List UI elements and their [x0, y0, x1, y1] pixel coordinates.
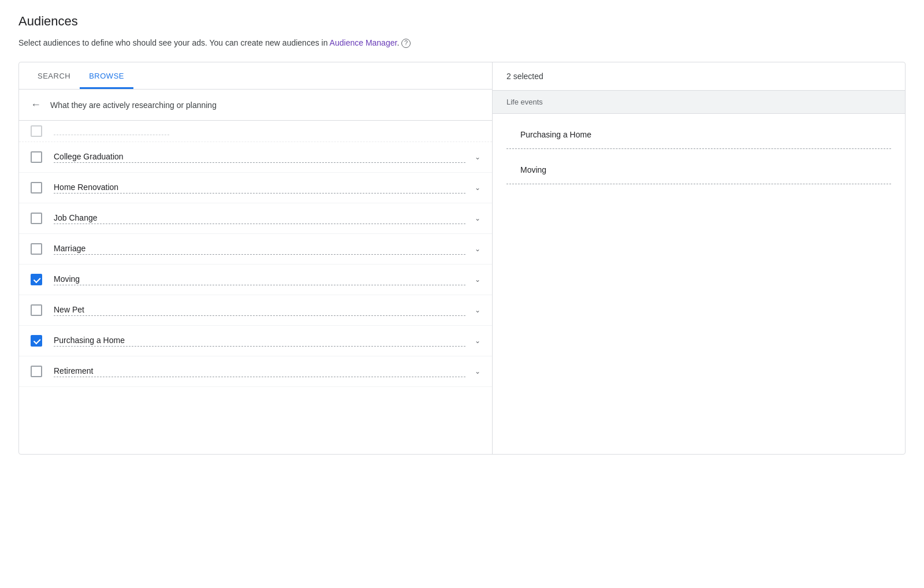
checkbox-purchasing-home[interactable] — [31, 335, 42, 347]
list-item-college-graduation[interactable]: College Graduation ⌄ — [19, 142, 492, 173]
tab-browse[interactable]: BROWSE — [80, 62, 133, 89]
label-moving: Moving — [54, 274, 465, 285]
selected-count: 2 selected — [493, 62, 905, 91]
left-panel: SEARCH BROWSE ← What they are actively r… — [19, 62, 493, 454]
label-job-change: Job Change — [54, 213, 465, 224]
checkbox-college-graduation[interactable] — [31, 151, 42, 163]
list-item-moving[interactable]: Moving ⌄ — [19, 265, 492, 295]
checkbox-moving[interactable] — [31, 274, 42, 285]
chevron-job-change: ⌄ — [475, 214, 480, 222]
chevron-moving: ⌄ — [475, 276, 480, 284]
list-item-truncated[interactable] — [19, 121, 492, 142]
chevron-purchasing-home: ⌄ — [475, 337, 480, 345]
list-container[interactable]: College Graduation ⌄ Home Renovation ⌄ J… — [19, 121, 492, 454]
chevron-college-graduation: ⌄ — [475, 153, 480, 161]
checkbox-truncated[interactable] — [31, 125, 42, 137]
list-item-retirement[interactable]: Retirement ⌄ — [19, 356, 492, 387]
checkbox-retirement[interactable] — [31, 366, 42, 377]
chevron-home-renovation: ⌄ — [475, 184, 480, 192]
label-retirement: Retirement — [54, 366, 465, 377]
label-marriage: Marriage — [54, 244, 465, 255]
selected-item-purchasing-home: Purchasing a Home — [506, 121, 891, 149]
checkbox-job-change[interactable] — [31, 213, 42, 224]
list-item-marriage[interactable]: Marriage ⌄ — [19, 234, 492, 265]
label-home-renovation: Home Renovation — [54, 183, 465, 193]
label-purchasing-home: Purchasing a Home — [54, 336, 465, 347]
chevron-new-pet: ⌄ — [475, 306, 480, 314]
right-panel: 2 selected Life events Purchasing a Home… — [493, 62, 905, 454]
list-item-job-change[interactable]: Job Change ⌄ — [19, 203, 492, 234]
list-item-purchasing-home[interactable]: Purchasing a Home ⌄ — [19, 326, 492, 356]
category-header: Life events — [493, 91, 905, 114]
breadcrumb-text: What they are actively researching or pl… — [50, 101, 217, 110]
chevron-marriage: ⌄ — [475, 245, 480, 253]
label-college-graduation: College Graduation — [54, 152, 465, 163]
page-title: Audiences — [18, 14, 906, 29]
tab-search[interactable]: SEARCH — [28, 62, 80, 89]
label-new-pet: New Pet — [54, 305, 465, 316]
tabs-bar: SEARCH BROWSE — [19, 62, 492, 90]
help-icon[interactable]: ? — [401, 39, 411, 48]
description: Select audiences to define who should se… — [18, 38, 906, 48]
breadcrumb: ← What they are actively researching or … — [19, 90, 492, 121]
list-item-home-renovation[interactable]: Home Renovation ⌄ — [19, 173, 492, 203]
checkbox-new-pet[interactable] — [31, 304, 42, 316]
audience-manager-link[interactable]: Audience Manager — [330, 38, 397, 47]
chevron-retirement: ⌄ — [475, 367, 480, 375]
checkbox-marriage[interactable] — [31, 243, 42, 255]
checkbox-home-renovation[interactable] — [31, 182, 42, 193]
list-item-new-pet[interactable]: New Pet ⌄ — [19, 295, 492, 326]
selected-item-moving: Moving — [506, 156, 891, 184]
back-arrow-icon[interactable]: ← — [31, 99, 41, 111]
audiences-panel: SEARCH BROWSE ← What they are actively r… — [18, 62, 906, 455]
selected-items-list: Purchasing a Home Moving — [493, 114, 905, 191]
